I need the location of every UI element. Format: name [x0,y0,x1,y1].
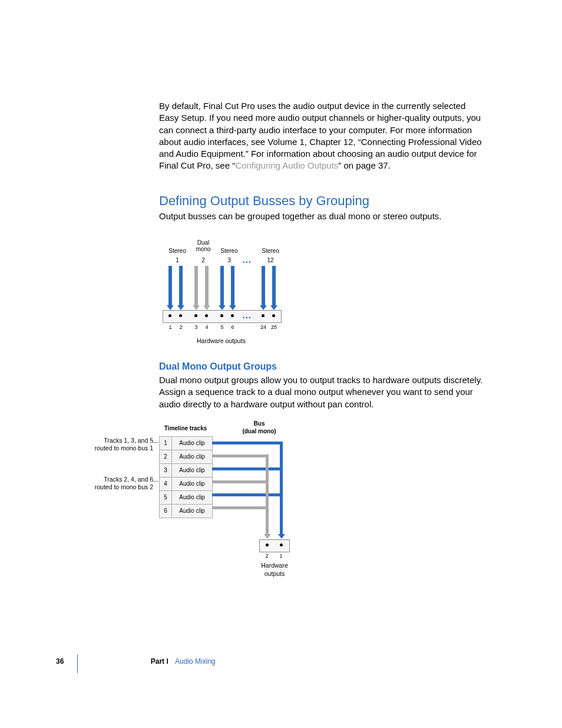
hw-num: 6 [229,324,236,331]
hw-num: 5 [219,324,226,331]
hw-num: 2 [264,552,270,559]
page-footer: 36 Part I Audio Mixing [56,657,216,666]
bus-arrow-icon [179,266,183,310]
hw-num: 25 [270,324,277,331]
bus-number: 3 [223,256,236,265]
page-number: 36 [56,657,64,666]
hw-num: 1 [167,324,174,331]
track-row: 2Audio clip [160,450,213,463]
intro-paragraph: By default, Final Cut Pro uses the audio… [159,100,485,172]
track-number: 4 [160,477,172,490]
link-configuring-audio-outputs[interactable]: Configuring Audio Outputs [235,160,338,170]
timeline-tracks-table: 1Audio clip2Audio clip3Audio clip4Audio … [159,436,213,518]
track-number: 3 [160,463,172,477]
route-line [212,454,269,457]
bus-type-label: Dualmono [189,239,218,252]
hdr-bus: Bus (dual mono) [236,420,283,436]
note-tracks-246: Tracks 2, 4, and 6 routed to mono bus 2 [71,476,153,491]
note1-l2: routed to mono bus 1 [95,444,153,452]
hw-dot [280,543,283,546]
hw-dot [266,543,269,546]
track-clip: Audio clip [172,450,213,463]
bus-arrow-icon [220,266,224,310]
track-row: 5Audio clip [160,490,213,504]
track-row: 3Audio clip [160,463,213,477]
bus-number: 2 [197,256,210,265]
hw-num: 4 [203,324,210,331]
track-clip: Audio clip [172,436,213,450]
route-line [212,493,283,496]
bus-arrow-icon [205,266,209,310]
track-clip: Audio clip [172,477,213,490]
bus-type-label: Stereo [257,247,284,255]
hdr-timeline-tracks: Timeline tracks [159,424,212,433]
track-clip: Audio clip [172,504,213,518]
diagram-output-busses: Hardware outputs Stereo1Dualmono2Stereo3… [161,230,303,348]
route-line [266,454,269,535]
track-number: 6 [160,504,172,518]
track-number: 5 [160,490,172,504]
footer-chapter: Audio Mixing [175,657,216,666]
bus-number: 1 [171,256,184,265]
hdr-bus-l2: (dual mono) [242,428,276,434]
note1-l1: Tracks 1, 3, and 5 [104,437,153,444]
route-line [212,480,269,483]
section1-lead: Output busses can be grouped together as… [159,210,485,222]
note2-l2: routed to mono bus 2 [95,483,153,490]
diagram1-caption: Hardware outputs [197,337,246,345]
note-tracks-135: Tracks 1, 3, and 5 routed to mono bus 1 [71,437,153,452]
hdr-bus-l1: Bus [254,420,265,427]
bus-arrow-icon [262,266,265,310]
track-row: 4Audio clip [160,477,213,490]
note2-l1: Tracks 2, 4, and 6 [104,476,153,483]
hw-num: 24 [260,324,267,331]
hw-num: 3 [193,324,200,331]
bus-arrow-icon [168,266,172,310]
footer-rule [77,654,78,673]
bus-type-label: Stereo [164,247,191,255]
track-row: 6Audio clip [160,504,213,518]
arrowhead-icon [264,534,271,539]
hw-num: 1 [278,552,284,559]
arrowhead-icon [278,534,285,539]
route-line [212,506,269,509]
footer-part: Part I [151,657,168,666]
section2-lead: Dual mono output groups allow you to out… [159,374,485,410]
bus-arrow-icon [231,266,234,310]
bus-arrow-icon [272,266,276,310]
hw-label-l1: Hardware [261,562,288,569]
bus-type-label: Stereo [216,247,243,255]
track-clip: Audio clip [172,463,213,477]
route-line [280,442,283,535]
note1-connector [150,442,158,443]
hw-num: 2 [177,324,184,331]
bus-arrow-icon [194,266,198,310]
ellipsis-icon: ••• [243,259,252,266]
hardware-output-box [259,539,290,552]
heading-dual-mono-output-groups: Dual Mono Output Groups [159,360,485,373]
intro-text-b: ” on page 37. [338,160,390,170]
hw-label-l2: outputs [265,570,285,577]
route-line [212,467,283,470]
track-number: 2 [160,450,172,463]
diagram-dual-mono: Timeline tracks Bus (dual mono) 1Audio c… [82,417,412,594]
track-row: 1Audio clip [160,436,213,450]
route-line [212,442,283,444]
heading-defining-output-busses: Defining Output Busses by Grouping [159,192,485,210]
note2-connector [150,481,158,482]
hardware-outputs-label: Hardware outputs [257,561,292,578]
track-number: 1 [160,436,172,450]
ellipsis-icon: ••• [243,314,252,321]
track-clip: Audio clip [172,490,213,504]
bus-number: 12 [264,256,277,265]
